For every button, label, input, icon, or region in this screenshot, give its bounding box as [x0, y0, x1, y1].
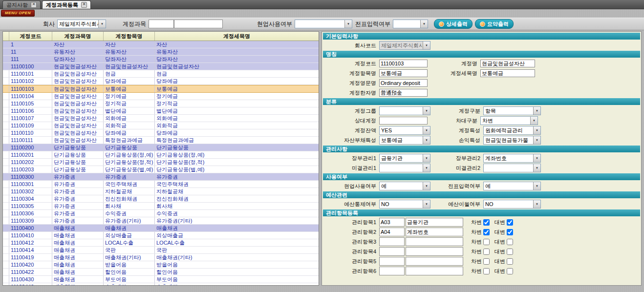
- table-row[interactable]: 11100414매출채권국판국판: [3, 247, 319, 254]
- table-row[interactable]: 11100420매출채권받을어음받을어음: [3, 261, 319, 269]
- mgmt-item-code-input[interactable]: [379, 228, 405, 236]
- table-row[interactable]: 11100306유가증권수익증권수익증권: [3, 210, 319, 217]
- table-row[interactable]: 11100301유가증권국민주택채권국민주택채권: [3, 181, 319, 188]
- account-code-search-input[interactable]: [149, 20, 174, 28]
- account-item-name-input[interactable]: [379, 69, 428, 77]
- mgmt-item-code-input[interactable]: [379, 247, 405, 256]
- account-code-input[interactable]: [379, 60, 428, 67]
- table-cell: 외화예금: [104, 115, 155, 122]
- account-balance-select[interactable]: YES ▼: [379, 126, 430, 135]
- asset-liability-select[interactable]: 보통예금 ▼: [379, 136, 430, 145]
- table-row[interactable]: 11100304유가증권전신전화채권전신전화채권: [3, 195, 319, 203]
- account-detail-name-input[interactable]: [480, 69, 535, 77]
- table-row[interactable]: 1자산자산자산: [3, 41, 319, 48]
- table-row[interactable]: 11100103현금및현금성자산보통예금보통예금: [3, 85, 319, 93]
- table-row[interactable]: 11100430매출채권부도어음부도어음: [3, 276, 319, 283]
- credit-checkbox[interactable]: [507, 239, 513, 245]
- account-division-select[interactable]: 항목 ▼: [483, 106, 541, 115]
- mgmt-item-code-input[interactable]: [379, 218, 405, 227]
- table-row[interactable]: 11100106현금및현금성자산별단예금별단예금: [3, 107, 319, 115]
- table-row[interactable]: 11100309유가증권유가증권(기타)유가증권(기타): [3, 217, 319, 225]
- english-name-input[interactable]: [379, 79, 428, 87]
- debit-checkbox[interactable]: [483, 239, 490, 245]
- mgmt-item-name-input[interactable]: [406, 247, 463, 256]
- budget-control-select[interactable]: NO ▼: [379, 200, 430, 209]
- table-row[interactable]: 11100202단기금융상품단기금융상품(정,적)단기금융상품(정,적): [3, 159, 319, 166]
- slip-input-select[interactable]: 예 ▼: [483, 182, 541, 190]
- table-row[interactable]: 11100422매출채권할인어음할인어음: [3, 269, 319, 276]
- table-row[interactable]: 11100105현금및현금성자산정기적금정기적금: [3, 100, 319, 107]
- table-row[interactable]: 11100412매출채권LOCAL수출LOCAL수출: [3, 239, 319, 247]
- table-row[interactable]: 11100410매출채권외상매출금외상매출금: [3, 232, 319, 239]
- table-row[interactable]: 11100302유가증권지하철공채지하철공채: [3, 188, 319, 195]
- account-name-input[interactable]: [480, 60, 535, 67]
- table-row[interactable]: 11100101현금및현금성자산현금현금: [3, 70, 319, 78]
- mgmt-item-name-input[interactable]: [406, 257, 463, 266]
- debit-checkbox[interactable]: [483, 219, 490, 226]
- credit-checkbox[interactable]: [507, 249, 513, 255]
- book-management1-select[interactable]: 금융기관 ▼: [379, 154, 430, 163]
- table-cell: 11100301: [9, 181, 52, 188]
- profit-loss-select[interactable]: 현금및현금등가물 ▼: [483, 136, 541, 145]
- table-cell: 당좌자산: [104, 56, 155, 63]
- mgmt-item-code-input[interactable]: [379, 237, 405, 246]
- field-use-select[interactable]: 예 ▼: [379, 182, 430, 190]
- table-row[interactable]: 11100203단기금융상품단기금융상품(별,예)단기금융상품(별,예): [3, 166, 319, 173]
- budget-carryover-select[interactable]: NO ▼: [483, 200, 541, 209]
- print-icon: [480, 21, 485, 27]
- mgmt-item-name-input[interactable]: [406, 267, 463, 275]
- table-row[interactable]: 11100400매출채권매출채권매출채권: [3, 225, 319, 232]
- slip-input-filter-select[interactable]: ▼: [393, 20, 428, 28]
- table-row[interactable]: 11100109현금및현금성자산외화적금외화적금: [3, 122, 319, 129]
- tab-notice[interactable]: 공지사항 ✕: [2, 0, 41, 9]
- table-row[interactable]: 11유동자산유동자산유동자산: [3, 48, 319, 56]
- debit-checkbox[interactable]: [483, 258, 490, 265]
- table-row[interactable]: 11100107현금및현금성자산외화예금외화예금: [3, 115, 319, 122]
- table-cell: 단기금융상품: [155, 144, 319, 151]
- pending-management1-select[interactable]: ▼: [379, 164, 430, 172]
- company-select[interactable]: 제일제지주식회사 ▼: [57, 20, 106, 28]
- mgmt-item-name-input[interactable]: [406, 228, 463, 236]
- chevron-down-icon: ▼: [533, 164, 540, 172]
- table-row[interactable]: 11100200단기금융상품단기금융상품단기금융상품: [3, 144, 319, 151]
- book-management2-select[interactable]: 계좌번호 ▼: [483, 154, 541, 163]
- counter-account-input[interactable]: [379, 117, 428, 125]
- table-row[interactable]: 11100102현금및현금성자산당좌예금당좌예금: [3, 78, 319, 85]
- table-row[interactable]: 11100104현금및현금성자산정기예금정기예금: [3, 93, 319, 100]
- menu-open-button[interactable]: MENU OPEN: [1, 10, 35, 17]
- table-row[interactable]: 11100100현금및현금성자산현금및현금성자산현금및현금성자산: [3, 63, 319, 70]
- table-row[interactable]: 111당좌자산당좌자산당좌자산: [3, 56, 319, 63]
- account-characteristic-select[interactable]: 원화예적금관리 ▼: [483, 126, 541, 135]
- table-row[interactable]: 11100305유가증권회사채회사채: [3, 203, 319, 210]
- account-group-select[interactable]: ▼: [379, 106, 430, 115]
- table-row[interactable]: 11100111현금및현금성자산특정현금과예금특정현금과예금: [3, 137, 319, 144]
- table-row[interactable]: 11100300유가증권유가증권유가증권: [3, 173, 319, 181]
- account-name-search-input[interactable]: [174, 20, 223, 28]
- tab-account-registration[interactable]: 계정과목등록 ✕: [42, 0, 91, 9]
- company-code-select[interactable]: 제일제지주식회사 ▼: [379, 41, 430, 50]
- mgmt-item-code-input[interactable]: [379, 267, 405, 275]
- mgmt-item-name-input[interactable]: [406, 237, 463, 246]
- mgmt-item-code-input[interactable]: [379, 257, 405, 266]
- table-row[interactable]: 11100110현금및현금성자산당좌예금당좌예금: [3, 129, 319, 137]
- credit-checkbox[interactable]: [507, 258, 513, 265]
- hanja-name-input[interactable]: [379, 89, 428, 97]
- debit-checkbox[interactable]: [483, 229, 490, 235]
- table-cell: 회사채: [155, 203, 319, 209]
- debit-checkbox[interactable]: [483, 268, 490, 274]
- pending-management2-select[interactable]: ▼: [483, 164, 541, 172]
- close-icon[interactable]: ✕: [31, 2, 37, 8]
- detail-print-button[interactable]: 상세출력: [434, 19, 472, 29]
- credit-checkbox[interactable]: [507, 268, 513, 274]
- summary-print-button[interactable]: 요약출력: [475, 19, 514, 29]
- mgmt-item-name-input[interactable]: [406, 218, 463, 227]
- credit-checkbox[interactable]: [507, 229, 513, 235]
- table-row[interactable]: 11100419매출채권매출채권(기타)매출채권(기타): [3, 254, 319, 261]
- debit-credit-select[interactable]: 차변 ▼: [480, 116, 538, 125]
- table-row[interactable]: 11100201단기금융상품단기금융상품(정,예)단기금융상품(정,예): [3, 151, 319, 159]
- field-use-filter-select[interactable]: ▼: [295, 20, 352, 28]
- close-icon[interactable]: ✕: [81, 2, 87, 8]
- credit-checkbox[interactable]: [507, 219, 513, 226]
- debit-checkbox[interactable]: [483, 249, 490, 255]
- table-row[interactable]: 11100440매출채권수출대전수출대전: [3, 283, 319, 286]
